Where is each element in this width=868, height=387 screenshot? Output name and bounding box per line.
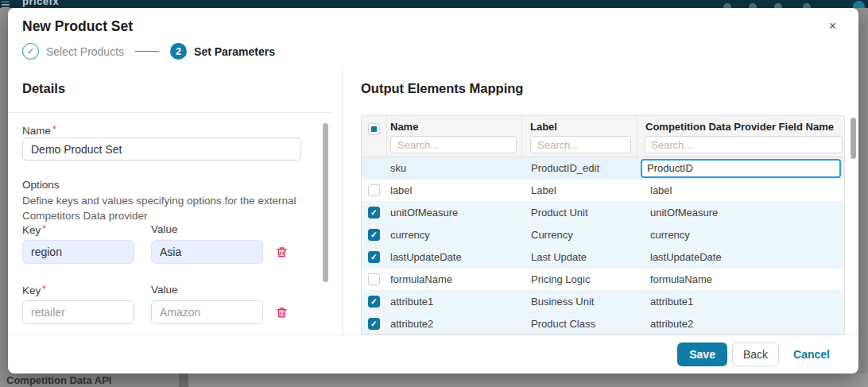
name-label: Name*	[22, 124, 56, 137]
header-name: Name	[386, 116, 521, 157]
required-asterisk: *	[42, 284, 46, 295]
cancel-button[interactable]: Cancel	[793, 342, 830, 366]
background-page: Competition Data API	[0, 373, 868, 387]
required-asterisk: *	[52, 124, 56, 135]
row-label: Label	[521, 184, 637, 196]
step-select-products[interactable]: Select Products	[46, 45, 124, 58]
dialog-footer: Save Back Cancel	[8, 335, 858, 373]
new-product-set-dialog: New Product Set × ✓ Select Products 2 Se…	[8, 8, 858, 373]
row-checkbox[interactable]	[368, 296, 380, 308]
row-name: attribute1	[386, 296, 521, 308]
select-all-checkbox[interactable]	[368, 123, 380, 135]
mapping-table-body: sku ProductID_edit label Label label uni…	[362, 157, 844, 335]
menu-icon	[2, 2, 10, 8]
row-checkbox[interactable]	[368, 251, 380, 263]
row-provider-field-text: lastUpdateDate	[650, 251, 722, 263]
row-checkbox[interactable]	[368, 207, 380, 219]
background-divider	[179, 373, 188, 387]
row-name: formulaName	[386, 273, 521, 285]
mapping-table-header: Name Label Competition Data Provider Fie…	[362, 116, 844, 157]
value-field[interactable]	[151, 240, 263, 264]
table-row[interactable]: sku ProductID_edit	[362, 157, 844, 180]
app-topbar: pricefx	[0, 0, 868, 8]
provider-field-search-input[interactable]	[644, 136, 843, 153]
options-label: Options	[22, 179, 60, 191]
row-provider-field-text: unitOfMeasure	[650, 207, 718, 219]
row-label: Last Update	[521, 251, 637, 263]
step-connector	[135, 51, 159, 52]
row-provider-field-text: attribute1	[650, 296, 693, 308]
delete-icon[interactable]	[274, 305, 289, 319]
row-provider-field-text: label	[650, 184, 672, 196]
mapping-table: Name Label Competition Data Provider Fie…	[361, 115, 845, 335]
row-label: Product Class	[521, 318, 637, 330]
row-name: unitOfMeasure	[386, 207, 521, 219]
row-provider-field-text: currency	[650, 229, 690, 241]
row-label: Currency	[521, 229, 637, 241]
close-icon[interactable]: ×	[829, 20, 836, 33]
table-row[interactable]: currency Currency currency	[362, 224, 844, 246]
details-heading: Details	[22, 81, 65, 96]
row-name: sku	[386, 162, 521, 174]
row-name: label	[386, 184, 521, 196]
row-label: ProductID_edit	[521, 162, 637, 174]
option-pair: Key* Value	[22, 223, 318, 264]
table-row[interactable]: unitOfMeasure Product Unit unitOfMeasure	[362, 202, 844, 224]
row-checkbox[interactable]	[368, 184, 380, 196]
divider	[8, 112, 334, 113]
header-label: Label	[521, 116, 637, 157]
table-row[interactable]: attribute2 Product Class attribute2	[362, 313, 844, 335]
row-checkbox[interactable]	[368, 273, 380, 285]
row-provider-field-text: attribute2	[650, 318, 693, 330]
delete-icon[interactable]	[274, 245, 289, 259]
dialog-scrollbar[interactable]	[851, 118, 856, 159]
table-row[interactable]: formulaName Pricing Logic formulaName	[362, 269, 844, 291]
back-button[interactable]: Back	[732, 342, 779, 366]
step-set-parameters: Set Parameters	[194, 45, 275, 58]
row-label: Pricing Logic	[521, 273, 637, 285]
row-name: lastUpdateDate	[386, 251, 521, 263]
avatar	[853, 1, 865, 8]
mapping-heading: Output Elements Mapping	[361, 81, 523, 96]
required-asterisk: *	[42, 223, 46, 234]
options-help-text: Define keys and values specifying option…	[22, 193, 300, 223]
option-pair: Key* Value	[22, 284, 318, 324]
value-label: Value	[151, 223, 178, 236]
header-provider-field: Competition Data Provider Field Name	[637, 116, 844, 157]
table-row[interactable]: attribute1 Business Unit attribute1	[362, 291, 844, 313]
details-scrollbar[interactable]	[323, 123, 328, 282]
details-panel: Details Name* Options Define keys and va…	[8, 70, 334, 335]
row-provider-field-text: formulaName	[650, 273, 712, 285]
step-complete-check-icon[interactable]: ✓	[22, 43, 39, 60]
row-label: Product Unit	[521, 207, 637, 219]
table-row[interactable]: lastUpdateDate Last Update lastUpdateDat…	[362, 246, 844, 269]
key-label: Key*	[22, 223, 151, 236]
table-row[interactable]: label Label label	[362, 180, 844, 202]
row-provider-field: attribute1	[637, 296, 844, 308]
mapping-panel: Output Elements Mapping Name Label Compe…	[343, 70, 858, 335]
row-provider-field: unitOfMeasure	[637, 207, 844, 219]
row-checkbox[interactable]	[368, 229, 380, 241]
row-provider-field: currency	[637, 229, 844, 241]
row-name: currency	[386, 229, 521, 241]
stepper: ✓ Select Products 2 Set Parameters	[22, 43, 275, 60]
background-panel	[188, 373, 868, 387]
key-field[interactable]	[22, 300, 134, 324]
app-logo: pricefx	[22, 0, 59, 7]
row-provider-field: label	[637, 184, 844, 196]
row-checkbox[interactable]	[368, 318, 380, 330]
row-provider-field: attribute2	[637, 318, 844, 330]
label-search-input[interactable]	[530, 136, 631, 153]
key-field[interactable]	[22, 240, 134, 264]
provider-field-edit-input[interactable]	[641, 159, 841, 178]
row-name: attribute2	[386, 318, 521, 330]
name-search-input[interactable]	[390, 136, 517, 153]
value-field[interactable]	[151, 300, 263, 324]
row-provider-field: formulaName	[637, 273, 844, 285]
dialog-title: New Product Set	[22, 18, 133, 35]
key-label: Key*	[22, 284, 151, 296]
row-provider-field: lastUpdateDate	[637, 251, 844, 263]
save-button[interactable]: Save	[677, 342, 727, 366]
background-nav-item: Competition Data API	[6, 374, 111, 386]
name-field[interactable]	[22, 137, 301, 161]
